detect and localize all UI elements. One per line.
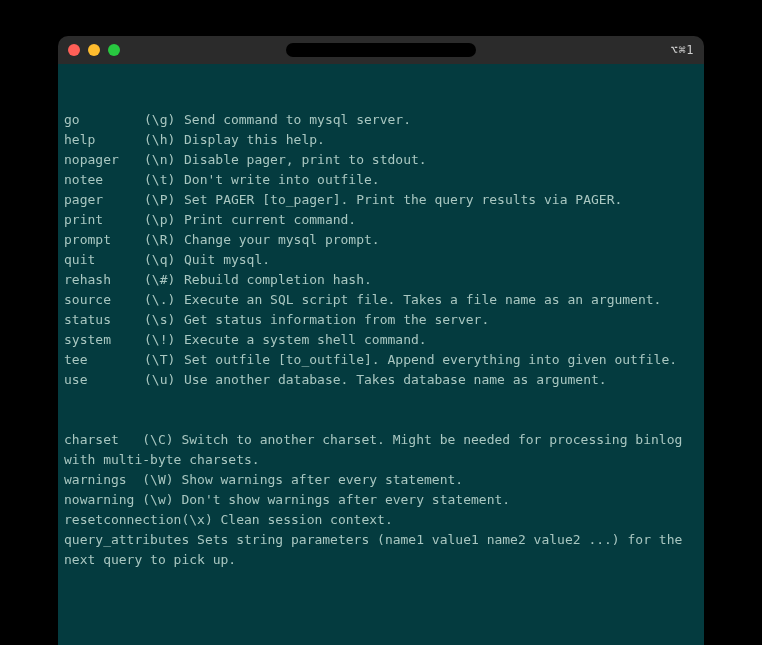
help-row: resetconnection(\x) Clean session contex… xyxy=(64,510,698,530)
help-row: query_attributes Sets string parameters … xyxy=(64,530,698,570)
help-row: pager(\P)Set PAGER [to_pager]. Print the… xyxy=(64,190,698,210)
help-shortcut: (\u) xyxy=(144,370,184,390)
terminal-window: ⌥⌘1 go(\g)Send command to mysql server.h… xyxy=(58,36,704,645)
help-description: Display this help. xyxy=(184,132,325,147)
help-row: go(\g)Send command to mysql server. xyxy=(64,110,698,130)
help-command: print xyxy=(64,210,144,230)
help-description: Disable pager, print to stdout. xyxy=(184,152,427,167)
help-description: Send command to mysql server. xyxy=(184,112,411,127)
help-description: Get status information from the server. xyxy=(184,312,489,327)
help-description: Set PAGER [to_pager]. Print the query re… xyxy=(184,192,622,207)
help-command: go xyxy=(64,110,144,130)
help-command: status xyxy=(64,310,144,330)
help-shortcut: (\R) xyxy=(144,230,184,250)
help-shortcut: (\p) xyxy=(144,210,184,230)
help-shortcut: (\g) xyxy=(144,110,184,130)
help-row: rehash(\#)Rebuild completion hash. xyxy=(64,270,698,290)
help-command: prompt xyxy=(64,230,144,250)
help-shortcut: (\.) xyxy=(144,290,184,310)
help-output: go(\g)Send command to mysql server.help(… xyxy=(64,110,698,390)
help-description: Don't write into outfile. xyxy=(184,172,380,187)
help-description: Use another database. Takes database nam… xyxy=(184,372,607,387)
help-row: quit(\q)Quit mysql. xyxy=(64,250,698,270)
titlebar-shortcut-label: ⌥⌘1 xyxy=(671,43,694,57)
close-icon[interactable] xyxy=(68,44,80,56)
help-command: rehash xyxy=(64,270,144,290)
help-row: source(\.)Execute an SQL script file. Ta… xyxy=(64,290,698,310)
help-description: Change your mysql prompt. xyxy=(184,232,380,247)
help-shortcut: (\#) xyxy=(144,270,184,290)
help-row: prompt(\R)Change your mysql prompt. xyxy=(64,230,698,250)
help-row: warnings (\W) Show warnings after every … xyxy=(64,470,698,490)
help-description: Quit mysql. xyxy=(184,252,270,267)
help-shortcut: (\t) xyxy=(144,170,184,190)
help-row: nowarning (\w) Don't show warnings after… xyxy=(64,490,698,510)
help-shortcut: (\h) xyxy=(144,130,184,150)
titlebar: ⌥⌘1 xyxy=(58,36,704,64)
help-row: tee(\T)Set outfile [to_outfile]. Append … xyxy=(64,350,698,370)
help-row: help(\h)Display this help. xyxy=(64,130,698,150)
help-row: notee(\t)Don't write into outfile. xyxy=(64,170,698,190)
traffic-lights xyxy=(68,44,120,56)
help-command: quit xyxy=(64,250,144,270)
help-row: use(\u)Use another database. Takes datab… xyxy=(64,370,698,390)
help-description: Rebuild completion hash. xyxy=(184,272,372,287)
help-description: Execute an SQL script file. Takes a file… xyxy=(184,292,661,307)
help-shortcut: (\s) xyxy=(144,310,184,330)
help-shortcut: (\P) xyxy=(144,190,184,210)
help-shortcut: (\!) xyxy=(144,330,184,350)
help-shortcut: (\T) xyxy=(144,350,184,370)
minimize-icon[interactable] xyxy=(88,44,100,56)
help-row: print(\p)Print current command. xyxy=(64,210,698,230)
help-description: Print current command. xyxy=(184,212,356,227)
help-command: use xyxy=(64,370,144,390)
help-description: Set outfile [to_outfile]. Append everyth… xyxy=(184,352,677,367)
help-shortcut: (\n) xyxy=(144,150,184,170)
help-command: notee xyxy=(64,170,144,190)
help-command: pager xyxy=(64,190,144,210)
help-shortcut: (\q) xyxy=(144,250,184,270)
terminal-body[interactable]: go(\g)Send command to mysql server.help(… xyxy=(58,64,704,645)
help-row: nopager(\n)Disable pager, print to stdou… xyxy=(64,150,698,170)
help-row: status(\s)Get status information from th… xyxy=(64,310,698,330)
help-row: system(\!)Execute a system shell command… xyxy=(64,330,698,350)
help-command: system xyxy=(64,330,144,350)
help-output-wrapped: charset (\C) Switch to another charset. … xyxy=(64,430,698,570)
maximize-icon[interactable] xyxy=(108,44,120,56)
help-command: nopager xyxy=(64,150,144,170)
help-row: charset (\C) Switch to another charset. … xyxy=(64,430,698,470)
help-command: source xyxy=(64,290,144,310)
help-command: tee xyxy=(64,350,144,370)
help-description: Execute a system shell command. xyxy=(184,332,427,347)
help-command: help xyxy=(64,130,144,150)
title-redacted xyxy=(286,43,476,57)
